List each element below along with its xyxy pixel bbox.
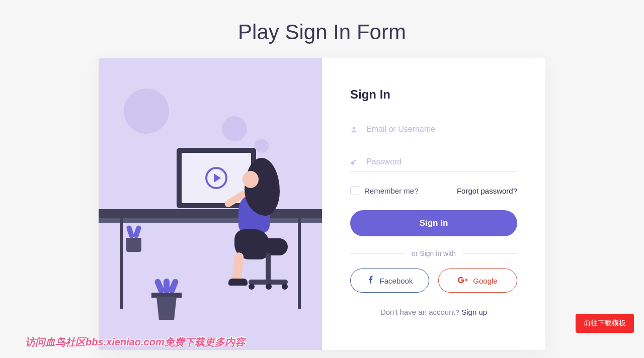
watermark-text: 访问血鸟社区bbs.xieniao.com免费下载更多内容 bbox=[25, 335, 245, 349]
remember-checkbox[interactable] bbox=[350, 186, 359, 195]
email-field[interactable] bbox=[361, 125, 517, 134]
plant-illustration bbox=[127, 224, 141, 238]
svg-point-0 bbox=[353, 127, 355, 129]
facebook-button[interactable]: Facebook bbox=[350, 268, 429, 293]
password-input-row bbox=[350, 153, 517, 172]
signin-button[interactable]: Sign In bbox=[350, 210, 517, 236]
divider-text: or Sign in with bbox=[412, 249, 456, 257]
remember-me[interactable]: Remember me? bbox=[350, 186, 419, 195]
pot-illustration bbox=[154, 297, 179, 320]
divider: or Sign in with bbox=[350, 249, 517, 257]
google-label: Google bbox=[473, 277, 497, 285]
person-illustration bbox=[224, 158, 310, 289]
forgot-password-link[interactable]: Forgot password? bbox=[457, 187, 517, 195]
page-title: Play Sign In Form bbox=[0, 0, 644, 58]
form-panel: Sign In Remember me? Forgot password? Si… bbox=[322, 58, 545, 350]
facebook-label: Facebook bbox=[380, 277, 413, 285]
facebook-icon bbox=[367, 276, 375, 286]
google-button[interactable]: Google bbox=[438, 268, 517, 293]
email-input-row bbox=[350, 121, 517, 139]
bubble-decoration bbox=[124, 88, 169, 134]
illustration-panel bbox=[99, 58, 322, 350]
signup-prompt: Don't have an account? bbox=[380, 308, 461, 316]
user-icon bbox=[350, 126, 361, 133]
signin-card: Sign In Remember me? Forgot password? Si… bbox=[99, 58, 545, 350]
signup-link[interactable]: Sign up bbox=[461, 308, 487, 316]
social-row: Facebook Google bbox=[350, 268, 517, 293]
key-icon bbox=[350, 158, 361, 166]
password-field[interactable] bbox=[361, 157, 517, 166]
options-row: Remember me? Forgot password? bbox=[350, 186, 517, 195]
pot-illustration bbox=[126, 238, 141, 252]
svg-point-1 bbox=[351, 161, 354, 164]
remember-label: Remember me? bbox=[364, 187, 419, 195]
form-heading: Sign In bbox=[350, 87, 517, 102]
download-template-button[interactable]: 前往下载模板 bbox=[576, 314, 634, 333]
signup-line: Don't have an account? Sign up bbox=[350, 308, 517, 316]
plant-illustration bbox=[156, 277, 177, 294]
google-plus-icon bbox=[458, 277, 468, 285]
bubble-decoration bbox=[255, 139, 269, 153]
bubble-decoration bbox=[222, 116, 247, 141]
